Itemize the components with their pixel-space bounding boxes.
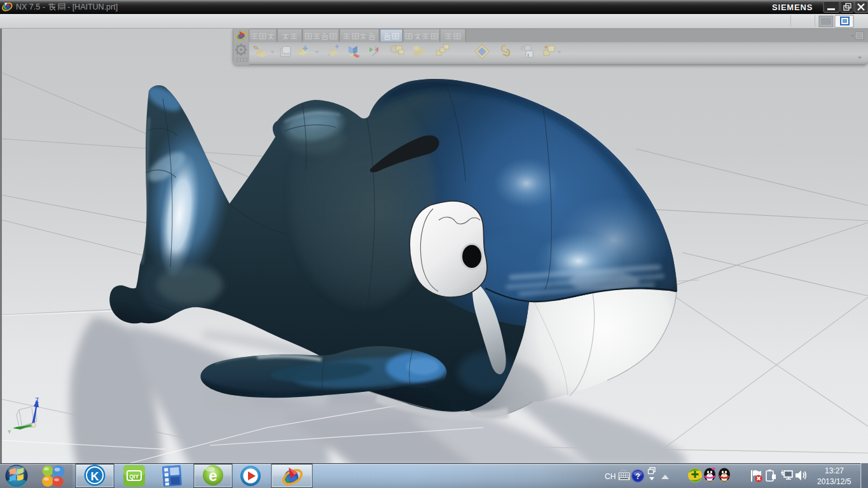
svg-text:i: i	[528, 52, 529, 58]
svg-text:Y: Y	[8, 429, 11, 435]
svg-text:CH: CH	[605, 472, 616, 481]
svg-text:K: K	[91, 470, 99, 483]
svg-text:13:27: 13:27	[825, 466, 844, 475]
svg-text:SIEMENS: SIEMENS	[772, 3, 813, 12]
svg-text:Z: Z	[35, 397, 39, 404]
svg-text:?: ?	[635, 472, 640, 481]
svg-text:NX 7.5 -: NX 7.5 -	[16, 3, 45, 11]
svg-text:2013/12/5: 2013/12/5	[817, 477, 851, 486]
svg-text:QIY: QIY	[130, 473, 139, 480]
svg-text:- [HAITUN.prt]: - [HAITUN.prt]	[67, 3, 118, 11]
